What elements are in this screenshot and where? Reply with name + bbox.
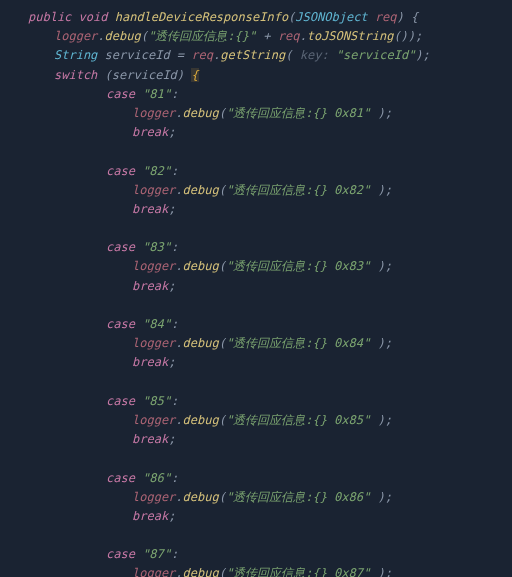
case-label: case "87": (12, 545, 500, 564)
case-logger-line: logger.debug("透传回应信息:{} 0x86" ); (12, 488, 500, 507)
case-label: case "82": (12, 162, 500, 181)
case-label: case "86": (12, 469, 500, 488)
service-id-line: String serviceId = req.getString( key: "… (12, 46, 500, 65)
case-label: case "81": (12, 85, 500, 104)
method-signature: public void handleDeviceResponseInfo(JSO… (12, 8, 500, 27)
case-logger-line: logger.debug("透传回应信息:{} 0x81" ); (12, 104, 500, 123)
break-statement: break; (12, 200, 500, 219)
blank-line (12, 142, 500, 161)
case-logger-line: logger.debug("透传回应信息:{} 0x83" ); (12, 257, 500, 276)
blank-line (12, 449, 500, 468)
blank-line (12, 526, 500, 545)
case-logger-line: logger.debug("透传回应信息:{} 0x82" ); (12, 181, 500, 200)
blank-line (12, 373, 500, 392)
case-label: case "85": (12, 392, 500, 411)
break-statement: break; (12, 430, 500, 449)
case-label: case "84": (12, 315, 500, 334)
case-logger-line: logger.debug("透传回应信息:{} 0x85" ); (12, 411, 500, 430)
break-statement: break; (12, 353, 500, 372)
case-logger-line: logger.debug("透传回应信息:{} 0x87" ); (12, 564, 500, 577)
case-logger-line: logger.debug("透传回应信息:{} 0x84" ); (12, 334, 500, 353)
logger-debug-line: logger.debug("透传回应信息:{}" + req.toJSONStr… (12, 27, 500, 46)
code-editor[interactable]: public void handleDeviceResponseInfo(JSO… (12, 8, 500, 577)
switch-line: switch (serviceId) { (12, 66, 500, 85)
blank-line (12, 296, 500, 315)
break-statement: break; (12, 507, 500, 526)
break-statement: break; (12, 277, 500, 296)
case-label: case "83": (12, 238, 500, 257)
break-statement: break; (12, 123, 500, 142)
blank-line (12, 219, 500, 238)
